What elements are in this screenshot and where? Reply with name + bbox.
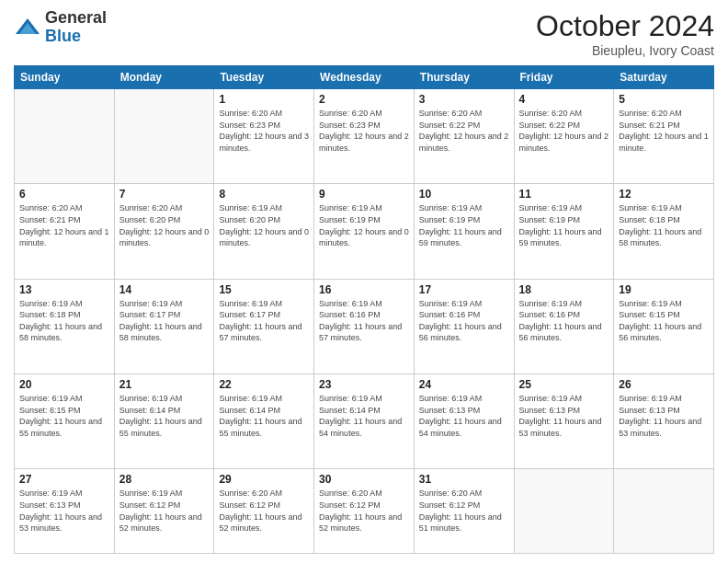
weekday-header-row: SundayMondayTuesdayWednesdayThursdayFrid… [15,66,714,89]
day-info: Sunrise: 6:19 AM Sunset: 6:17 PM Dayligh… [219,298,309,344]
week-row-1: 6Sunrise: 6:20 AM Sunset: 6:21 PM Daylig… [15,184,714,279]
day-info: Sunrise: 6:20 AM Sunset: 6:23 PM Dayligh… [219,108,309,154]
calendar-cell [15,89,115,184]
calendar-cell: 26Sunrise: 6:19 AM Sunset: 6:13 PM Dayli… [614,373,714,468]
day-number: 3 [419,93,509,106]
day-number: 30 [319,473,409,486]
day-info: Sunrise: 6:19 AM Sunset: 6:13 PM Dayligh… [619,393,709,439]
day-info: Sunrise: 6:19 AM Sunset: 6:14 PM Dayligh… [119,393,210,439]
day-info: Sunrise: 6:20 AM Sunset: 6:23 PM Dayligh… [319,108,409,154]
day-info: Sunrise: 6:20 AM Sunset: 6:22 PM Dayligh… [419,108,509,154]
calendar-cell: 16Sunrise: 6:19 AM Sunset: 6:16 PM Dayli… [314,279,415,373]
header: General Blue October 2024 Bieupleu, Ivor… [14,9,714,58]
logo-general: General [45,9,107,28]
day-info: Sunrise: 6:20 AM Sunset: 6:12 PM Dayligh… [419,488,509,534]
day-number: 16 [319,283,409,296]
day-number: 23 [319,378,409,391]
calendar-cell: 31Sunrise: 6:20 AM Sunset: 6:12 PM Dayli… [414,469,514,554]
week-row-0: 1Sunrise: 6:20 AM Sunset: 6:23 PM Daylig… [15,89,714,184]
week-row-4: 27Sunrise: 6:19 AM Sunset: 6:13 PM Dayli… [15,469,714,554]
calendar-cell: 12Sunrise: 6:19 AM Sunset: 6:18 PM Dayli… [614,184,714,279]
calendar-cell: 24Sunrise: 6:19 AM Sunset: 6:13 PM Dayli… [414,373,514,468]
calendar-cell: 1Sunrise: 6:20 AM Sunset: 6:23 PM Daylig… [214,89,314,184]
calendar-cell: 23Sunrise: 6:19 AM Sunset: 6:14 PM Dayli… [314,373,415,468]
day-number: 8 [219,188,309,201]
calendar-table: SundayMondayTuesdayWednesdayThursdayFrid… [14,65,714,554]
calendar-cell: 13Sunrise: 6:19 AM Sunset: 6:18 PM Dayli… [15,279,115,373]
day-info: Sunrise: 6:20 AM Sunset: 6:12 PM Dayligh… [219,488,309,534]
calendar-cell: 6Sunrise: 6:20 AM Sunset: 6:21 PM Daylig… [15,184,115,279]
day-info: Sunrise: 6:19 AM Sunset: 6:17 PM Dayligh… [119,298,210,344]
day-number: 22 [219,378,309,391]
day-number: 2 [319,93,409,106]
calendar-cell: 20Sunrise: 6:19 AM Sunset: 6:15 PM Dayli… [15,373,115,468]
calendar-cell: 29Sunrise: 6:20 AM Sunset: 6:12 PM Dayli… [214,469,314,554]
calendar-cell: 9Sunrise: 6:19 AM Sunset: 6:19 PM Daylig… [314,184,415,279]
day-info: Sunrise: 6:19 AM Sunset: 6:20 PM Dayligh… [219,202,309,248]
day-info: Sunrise: 6:20 AM Sunset: 6:21 PM Dayligh… [619,108,709,154]
day-info: Sunrise: 6:19 AM Sunset: 6:18 PM Dayligh… [19,298,109,344]
calendar-cell: 4Sunrise: 6:20 AM Sunset: 6:22 PM Daylig… [514,89,614,184]
month-title: October 2024 [536,9,714,43]
day-info: Sunrise: 6:19 AM Sunset: 6:13 PM Dayligh… [19,488,109,534]
day-number: 11 [519,188,609,201]
day-number: 6 [19,188,109,201]
day-number: 1 [219,93,309,106]
logo-blue: Blue [45,28,107,46]
day-info: Sunrise: 6:19 AM Sunset: 6:16 PM Dayligh… [419,298,509,344]
calendar-cell: 5Sunrise: 6:20 AM Sunset: 6:21 PM Daylig… [614,89,714,184]
calendar-cell [114,89,214,184]
weekday-wednesday: Wednesday [314,66,415,89]
day-number: 4 [519,93,609,106]
calendar-cell: 17Sunrise: 6:19 AM Sunset: 6:16 PM Dayli… [414,279,514,373]
calendar-cell: 14Sunrise: 6:19 AM Sunset: 6:17 PM Dayli… [114,279,214,373]
title-block: October 2024 Bieupleu, Ivory Coast [536,9,714,58]
weekday-sunday: Sunday [15,66,115,89]
logo-text: General Blue [45,9,107,46]
logo: General Blue [14,9,107,46]
calendar-cell: 30Sunrise: 6:20 AM Sunset: 6:12 PM Dayli… [314,469,415,554]
day-number: 9 [319,188,409,201]
week-row-3: 20Sunrise: 6:19 AM Sunset: 6:15 PM Dayli… [15,373,714,468]
day-info: Sunrise: 6:19 AM Sunset: 6:15 PM Dayligh… [19,393,109,439]
day-number: 24 [419,378,509,391]
day-info: Sunrise: 6:19 AM Sunset: 6:18 PM Dayligh… [619,202,709,248]
day-number: 12 [619,188,709,201]
day-number: 27 [19,473,109,486]
day-info: Sunrise: 6:19 AM Sunset: 6:19 PM Dayligh… [419,202,509,248]
day-info: Sunrise: 6:19 AM Sunset: 6:19 PM Dayligh… [319,202,409,248]
day-number: 17 [419,283,509,296]
day-info: Sunrise: 6:19 AM Sunset: 6:19 PM Dayligh… [519,202,609,248]
day-info: Sunrise: 6:19 AM Sunset: 6:14 PM Dayligh… [219,393,309,439]
calendar-cell: 7Sunrise: 6:20 AM Sunset: 6:20 PM Daylig… [114,184,214,279]
calendar-cell: 21Sunrise: 6:19 AM Sunset: 6:14 PM Dayli… [114,373,214,468]
calendar-cell: 27Sunrise: 6:19 AM Sunset: 6:13 PM Dayli… [15,469,115,554]
day-number: 26 [619,378,709,391]
weekday-monday: Monday [114,66,214,89]
day-number: 18 [519,283,609,296]
day-number: 14 [119,283,210,296]
day-info: Sunrise: 6:19 AM Sunset: 6:16 PM Dayligh… [319,298,409,344]
day-info: Sunrise: 6:19 AM Sunset: 6:13 PM Dayligh… [419,393,509,439]
day-number: 25 [519,378,609,391]
day-number: 7 [119,188,210,201]
week-row-2: 13Sunrise: 6:19 AM Sunset: 6:18 PM Dayli… [15,279,714,373]
day-info: Sunrise: 6:19 AM Sunset: 6:14 PM Dayligh… [319,393,409,439]
day-number: 10 [419,188,509,201]
day-info: Sunrise: 6:19 AM Sunset: 6:13 PM Dayligh… [519,393,609,439]
calendar-cell: 3Sunrise: 6:20 AM Sunset: 6:22 PM Daylig… [414,89,514,184]
day-number: 21 [119,378,210,391]
day-number: 31 [419,473,509,486]
day-info: Sunrise: 6:20 AM Sunset: 6:20 PM Dayligh… [119,202,210,248]
weekday-saturday: Saturday [614,66,714,89]
location-title: Bieupleu, Ivory Coast [536,43,714,58]
day-info: Sunrise: 6:20 AM Sunset: 6:21 PM Dayligh… [19,202,109,248]
day-number: 5 [619,93,709,106]
day-number: 15 [219,283,309,296]
calendar-cell: 2Sunrise: 6:20 AM Sunset: 6:23 PM Daylig… [314,89,415,184]
calendar-cell: 25Sunrise: 6:19 AM Sunset: 6:13 PM Dayli… [514,373,614,468]
day-number: 20 [19,378,109,391]
weekday-friday: Friday [514,66,614,89]
calendar-cell: 18Sunrise: 6:19 AM Sunset: 6:16 PM Dayli… [514,279,614,373]
logo-icon [14,14,41,41]
